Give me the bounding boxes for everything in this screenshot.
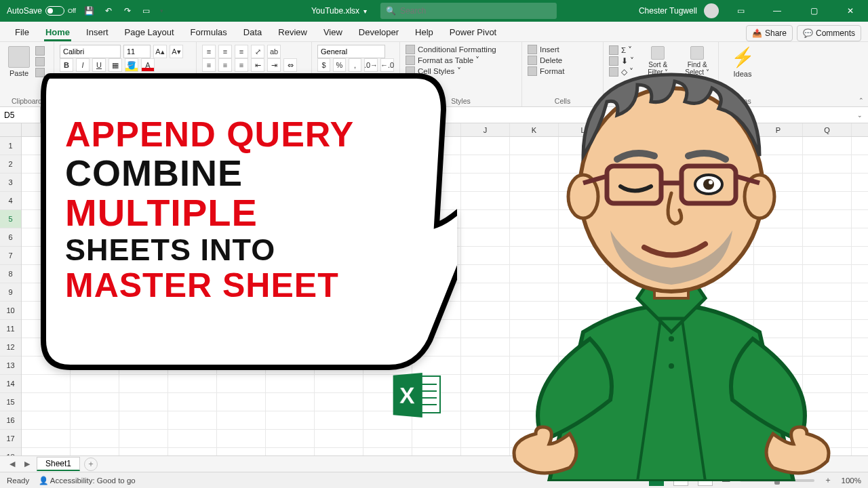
row-header[interactable]: 2 bbox=[0, 155, 21, 174]
zoom-out-button[interactable]: — bbox=[722, 476, 730, 485]
row-header[interactable]: 10 bbox=[0, 302, 21, 320]
filename-button[interactable]: YouTube.xlsx ▾ bbox=[311, 6, 367, 16]
row-header[interactable]: 17 bbox=[0, 430, 21, 448]
column-header[interactable]: A bbox=[22, 123, 71, 136]
comma-icon[interactable]: , bbox=[349, 58, 361, 72]
tab-power-pivot[interactable]: Power Pivot bbox=[441, 23, 505, 41]
tab-home[interactable]: Home bbox=[37, 23, 78, 41]
row-header[interactable]: 14 bbox=[0, 375, 21, 393]
tab-help[interactable]: Help bbox=[407, 23, 441, 41]
tab-developer[interactable]: Developer bbox=[351, 23, 407, 41]
ribbon-display-icon[interactable]: ▭ bbox=[726, 0, 755, 22]
ideas-button[interactable]: ⚡ Ideas bbox=[724, 45, 761, 79]
save-icon[interactable]: 💾 bbox=[84, 5, 95, 16]
format-as-table-button[interactable]: Format as Table ˅ bbox=[406, 56, 516, 65]
spreadsheet-grid[interactable]: ABCDEFGHIJKLMNOPQ 1234567891011121314151… bbox=[0, 123, 868, 455]
align-left-icon[interactable]: ≡ bbox=[202, 58, 216, 72]
fx-icon[interactable]: fx bbox=[41, 110, 60, 120]
orientation-icon[interactable]: ⤢ bbox=[251, 45, 264, 58]
column-header[interactable]: G bbox=[315, 123, 363, 136]
bold-icon[interactable]: B bbox=[60, 58, 73, 72]
row-header[interactable]: 12 bbox=[0, 338, 21, 357]
wrap-text-icon[interactable]: ab bbox=[267, 45, 281, 58]
find-select-button[interactable]: Find & Select ˅ bbox=[682, 45, 713, 77]
row-header[interactable]: 3 bbox=[0, 174, 21, 192]
percent-icon[interactable]: % bbox=[333, 58, 346, 72]
tab-data[interactable]: Data bbox=[235, 23, 270, 41]
align-right-icon[interactable]: ≡ bbox=[235, 58, 248, 72]
font-size-select[interactable] bbox=[123, 45, 151, 58]
redo-icon[interactable]: ↷ bbox=[122, 5, 133, 16]
copy-icon[interactable] bbox=[35, 57, 45, 66]
row-header[interactable]: 18 bbox=[0, 448, 21, 455]
row-header[interactable]: 11 bbox=[0, 320, 21, 338]
new-sheet-button[interactable]: ＋ bbox=[84, 458, 98, 471]
page-layout-view-icon[interactable] bbox=[673, 475, 688, 486]
column-header[interactable]: N bbox=[656, 123, 705, 136]
row-headers[interactable]: 12345678910111213141516171819 bbox=[0, 137, 22, 455]
share-button[interactable]: 📤Share bbox=[746, 25, 793, 41]
accessibility-status[interactable]: 👤 Accessibility: Good to go bbox=[39, 476, 135, 485]
tab-page-layout[interactable]: Page Layout bbox=[117, 23, 182, 41]
row-header[interactable]: 16 bbox=[0, 411, 21, 430]
number-format-select[interactable] bbox=[317, 45, 385, 58]
decrease-font-icon[interactable]: A▾ bbox=[170, 45, 183, 58]
cell-styles-button[interactable]: Cell Styles ˅ bbox=[406, 66, 516, 76]
zoom-in-button[interactable]: ＋ bbox=[824, 475, 832, 485]
close-button[interactable]: ✕ bbox=[835, 0, 865, 22]
user-avatar-icon[interactable] bbox=[704, 3, 719, 18]
selected-cell[interactable] bbox=[168, 210, 217, 228]
search-box[interactable]: 🔍 bbox=[380, 3, 557, 19]
tab-insert[interactable]: Insert bbox=[78, 23, 117, 41]
italic-icon[interactable]: I bbox=[76, 58, 90, 72]
underline-icon[interactable]: U bbox=[92, 58, 106, 72]
normal-view-icon[interactable] bbox=[649, 475, 664, 486]
autosum-button[interactable]: Σ ˅ bbox=[609, 45, 634, 55]
row-header[interactable]: 7 bbox=[0, 247, 21, 265]
sheet-nav-next-icon[interactable]: ▶ bbox=[22, 460, 33, 468]
qat-dropdown-icon[interactable]: ▾ bbox=[160, 7, 163, 14]
conditional-formatting-button[interactable]: Conditional Formatting bbox=[406, 45, 516, 54]
column-headers[interactable]: ABCDEFGHIJKLMNOPQ bbox=[22, 123, 868, 137]
maximize-button[interactable]: ▢ bbox=[799, 0, 829, 22]
sort-filter-button[interactable]: Sort & Filter ˅ bbox=[644, 45, 672, 77]
page-break-view-icon[interactable] bbox=[698, 475, 713, 486]
row-header[interactable]: 9 bbox=[0, 283, 21, 302]
column-header[interactable]: E bbox=[217, 123, 266, 136]
search-input[interactable] bbox=[400, 6, 551, 16]
cells-area[interactable] bbox=[22, 137, 868, 455]
row-header[interactable]: 6 bbox=[0, 228, 21, 247]
fill-button[interactable]: ⬇ ˅ bbox=[609, 56, 634, 66]
clear-button[interactable]: ◇ ˅ bbox=[609, 67, 634, 77]
increase-decimal-icon[interactable]: .0→ bbox=[364, 58, 378, 72]
row-header[interactable]: 15 bbox=[0, 393, 21, 411]
row-header[interactable]: 13 bbox=[0, 357, 21, 375]
tab-view[interactable]: View bbox=[315, 23, 351, 41]
format-cells-button[interactable]: Format bbox=[528, 66, 597, 76]
expand-formula-icon[interactable]: ⌄ bbox=[857, 112, 868, 119]
column-header[interactable]: Q bbox=[803, 123, 852, 136]
increase-indent-icon[interactable]: ⇥ bbox=[267, 58, 281, 72]
column-header[interactable]: J bbox=[461, 123, 510, 136]
row-header[interactable]: 4 bbox=[0, 192, 21, 210]
column-header[interactable]: D bbox=[168, 123, 217, 136]
tab-review[interactable]: Review bbox=[270, 23, 315, 41]
fill-color-icon[interactable]: 🪣 bbox=[125, 58, 138, 72]
comments-button[interactable]: 💬Comments bbox=[797, 25, 861, 41]
column-header[interactable]: H bbox=[363, 123, 412, 136]
column-header[interactable]: P bbox=[754, 123, 803, 136]
user-name[interactable]: Chester Tugwell bbox=[639, 6, 697, 16]
row-header[interactable]: 5 bbox=[0, 210, 21, 228]
sheet-tab-sheet1[interactable]: Sheet1 bbox=[37, 457, 80, 471]
merge-center-icon[interactable]: ⇔ bbox=[283, 58, 297, 72]
column-header[interactable]: F bbox=[266, 123, 315, 136]
minimize-button[interactable]: — bbox=[762, 0, 792, 22]
border-icon[interactable]: ▦ bbox=[108, 58, 122, 72]
insert-cells-button[interactable]: Insert bbox=[528, 45, 597, 54]
font-color-icon[interactable]: A bbox=[141, 58, 155, 72]
currency-icon[interactable]: $ bbox=[317, 58, 330, 72]
paste-button[interactable]: Paste bbox=[5, 45, 33, 79]
align-bottom-icon[interactable]: ≡ bbox=[235, 45, 248, 58]
align-center-icon[interactable]: ≡ bbox=[218, 58, 232, 72]
name-box[interactable]: D5 bbox=[0, 107, 41, 123]
